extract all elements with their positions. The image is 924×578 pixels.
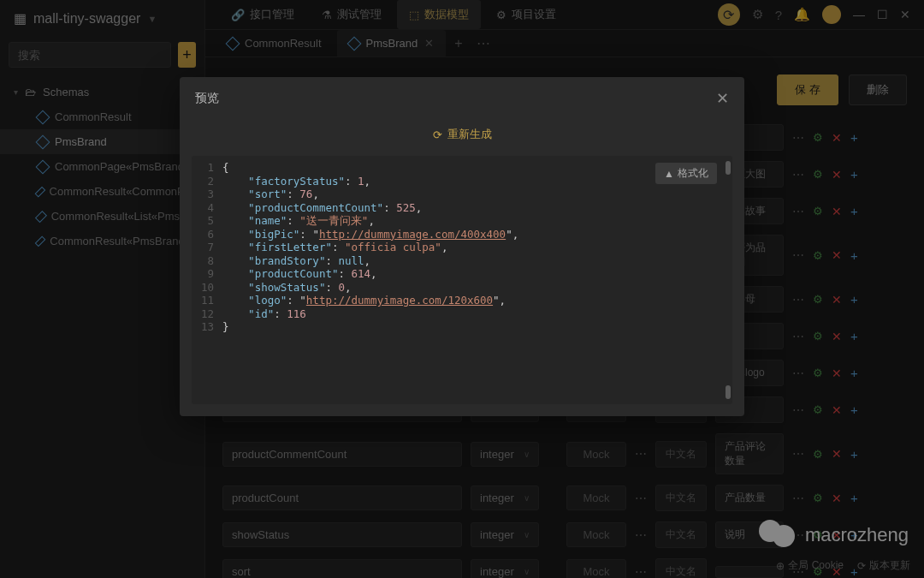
scrollbar-thumb[interactable] bbox=[726, 161, 731, 175]
preview-modal: 预览 ✕ ⟳ 重新生成 ▲ 格式化 12345678910111213 { "f… bbox=[180, 77, 744, 416]
modal-overlay[interactable]: 预览 ✕ ⟳ 重新生成 ▲ 格式化 12345678910111213 { "f… bbox=[0, 0, 924, 578]
format-button[interactable]: ▲ 格式化 bbox=[655, 163, 717, 184]
modal-title: 预览 bbox=[195, 91, 219, 106]
modal-close-button[interactable]: ✕ bbox=[716, 89, 729, 108]
regenerate-button[interactable]: ⟳ 重新生成 bbox=[180, 120, 744, 149]
format-icon: ▲ bbox=[664, 168, 674, 180]
refresh-icon: ⟳ bbox=[433, 128, 442, 141]
scrollbar-thumb[interactable] bbox=[726, 385, 731, 399]
code-content[interactable]: { "factoryStatus": 1, "sort": 76, "produ… bbox=[222, 161, 732, 399]
